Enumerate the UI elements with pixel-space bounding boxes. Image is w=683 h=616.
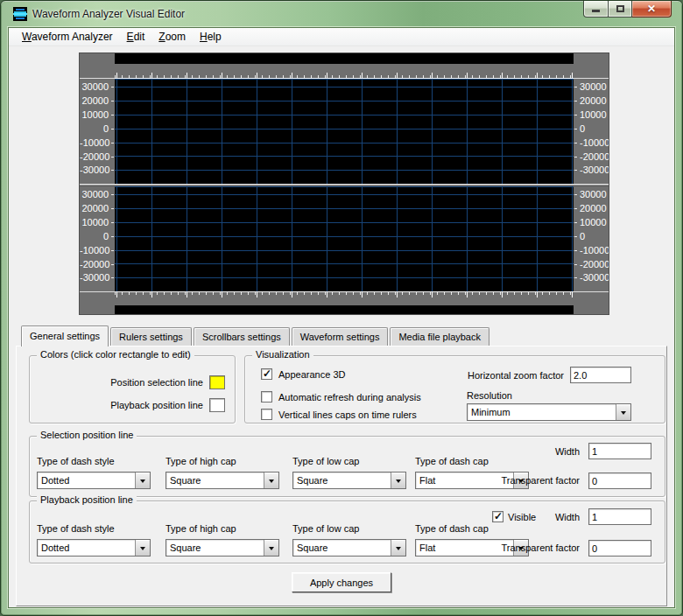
title-bar[interactable]: Waveform Analyzer Visual Editor ✕ (1, 1, 682, 27)
horizontal-zoom-factor-input[interactable] (570, 367, 631, 383)
playback-visible-label: Visible (508, 512, 536, 522)
playback-dash-cap-label: Type of dash cap (415, 523, 489, 534)
dropdown-button[interactable] (135, 472, 150, 488)
ruler-label: -20000 (80, 151, 115, 162)
selection-dash-style-dropdown[interactable]: Dotted (37, 472, 151, 489)
waveform-display: 3000020000100000-10000-20000-30000 30000… (79, 52, 609, 315)
selection-dash-style-value: Dotted (38, 475, 135, 486)
ruler-corner (574, 53, 609, 79)
minimize-icon (592, 10, 600, 12)
vertical-caps-checkbox[interactable] (261, 409, 272, 420)
playback-low-cap-dropdown[interactable]: Square (292, 539, 406, 556)
playback-transparent-factor-label: Transparent factor (468, 542, 580, 553)
selection-transparent-factor-input[interactable] (588, 472, 651, 489)
window-title: Waveform Analyzer Visual Editor (32, 8, 185, 20)
close-button[interactable]: ✕ (632, 1, 672, 18)
ruler-corner (574, 291, 609, 314)
selection-low-cap-value: Square (293, 475, 391, 486)
ruler-label: 10000 (80, 217, 115, 228)
tab-rulers-settings[interactable]: Rulers settings (110, 327, 192, 346)
ruler-label: 30000 (574, 81, 609, 92)
playback-width-input[interactable] (588, 508, 651, 525)
dropdown-button[interactable] (264, 472, 278, 488)
ruler-label: -30000 (574, 272, 609, 283)
dropdown-button[interactable] (391, 540, 405, 556)
tab-media-file-playback[interactable]: Media file playback (390, 327, 489, 346)
ruler-label: -20000 (574, 151, 609, 162)
playback-low-cap-value: Square (293, 542, 391, 553)
app-icon (13, 7, 27, 21)
playback-transparent-factor-input[interactable] (588, 540, 651, 556)
channel2-canvas[interactable] (115, 186, 574, 291)
dropdown-button[interactable] (135, 540, 150, 556)
playback-position-line-label: Playback position line (30, 400, 203, 410)
appearance-3d-label: Appearance 3D (278, 369, 345, 380)
menu-edit[interactable]: Edit (120, 29, 152, 45)
menu-bar: Waveform Analyzer Edit Zoom Help (9, 28, 674, 46)
channel2-left-ruler[interactable]: 3000020000100000-10000-20000-30000 (80, 186, 115, 291)
chevron-down-icon (269, 547, 274, 553)
resolution-value: Minimum (468, 407, 616, 417)
menu-waveform-analyzer[interactable]: Waveform Analyzer (15, 29, 120, 45)
tab-scrollbars-settings[interactable]: Scrollbars settings (194, 327, 290, 346)
maximize-button[interactable] (609, 1, 632, 18)
selection-low-cap-dropdown[interactable]: Square (292, 472, 406, 489)
chevron-down-icon (396, 480, 401, 486)
playback-position-color-swatch[interactable] (209, 398, 225, 412)
ruler-label: 20000 (80, 203, 115, 214)
apply-changes-button[interactable]: Apply changes (292, 572, 391, 592)
channel1-right-ruler[interactable]: 3000020000100000-10000-20000-30000 (574, 79, 609, 184)
top-time-ruler[interactable] (115, 64, 574, 79)
menu-zoom[interactable]: Zoom (151, 29, 193, 45)
ruler-label: 20000 (80, 95, 115, 106)
ruler-label: 0 (80, 123, 115, 134)
dropdown-button[interactable] (391, 472, 405, 488)
playback-group-title: Playback position line (37, 494, 137, 505)
ruler-label: 0 (574, 231, 609, 242)
visualization-group-title: Visualization (252, 349, 313, 360)
selection-low-cap-label: Type of low cap (292, 456, 359, 466)
playback-visible-checkbox[interactable] (492, 511, 503, 522)
ruler-corner (80, 53, 115, 79)
ruler-label: 10000 (574, 109, 609, 120)
playback-width-label: Width (538, 512, 580, 522)
ruler-label: 20000 (574, 203, 609, 214)
playback-high-cap-value: Square (166, 542, 264, 553)
chevron-down-icon (621, 411, 626, 417)
playback-dash-style-dropdown[interactable]: Dotted (37, 539, 151, 556)
menu-help[interactable]: Help (193, 29, 229, 45)
playback-high-cap-dropdown[interactable]: Square (165, 539, 279, 556)
ruler-label: 10000 (574, 217, 609, 228)
ruler-label: -20000 (80, 259, 115, 270)
ruler-label: 30000 (80, 81, 115, 92)
tab-general-settings[interactable]: General settings (21, 326, 109, 346)
playback-position-line-group: Playback position line Visible Width Typ… (29, 500, 665, 564)
auto-refresh-checkbox[interactable] (261, 391, 272, 402)
minimize-button[interactable] (583, 1, 609, 18)
position-selection-color-swatch[interactable] (209, 375, 225, 389)
resolution-dropdown[interactable]: Minimum (467, 403, 631, 421)
playback-low-cap-label: Type of low cap (292, 523, 359, 534)
ruler-label: 20000 (574, 95, 609, 106)
selection-width-input[interactable] (588, 443, 651, 459)
close-icon: ✕ (647, 3, 656, 15)
channel1-left-ruler[interactable]: 3000020000100000-10000-20000-30000 (80, 79, 115, 184)
ruler-label: 10000 (80, 109, 115, 120)
selection-group-title: Selection position line (37, 430, 137, 440)
chevron-down-icon (140, 547, 145, 553)
playback-high-cap-label: Type of high cap (165, 523, 236, 534)
ruler-label: 0 (574, 123, 609, 134)
dropdown-button[interactable] (264, 540, 278, 556)
appearance-3d-checkbox[interactable] (261, 368, 272, 380)
dropdown-button[interactable] (616, 404, 630, 420)
selection-dash-cap-label: Type of dash cap (415, 456, 489, 466)
ruler-label: -30000 (80, 164, 115, 175)
ruler-label: 30000 (80, 189, 115, 200)
channel1-canvas[interactable] (115, 79, 574, 184)
selection-high-cap-dropdown[interactable]: Square (165, 472, 279, 489)
ruler-label: 0 (80, 231, 115, 242)
channel2-right-ruler[interactable]: 3000020000100000-10000-20000-30000 (574, 186, 609, 291)
resolution-label: Resolution (467, 390, 512, 401)
bottom-time-ruler[interactable] (115, 291, 574, 305)
tab-waveform-settings[interactable]: Waveform settings (292, 327, 389, 346)
